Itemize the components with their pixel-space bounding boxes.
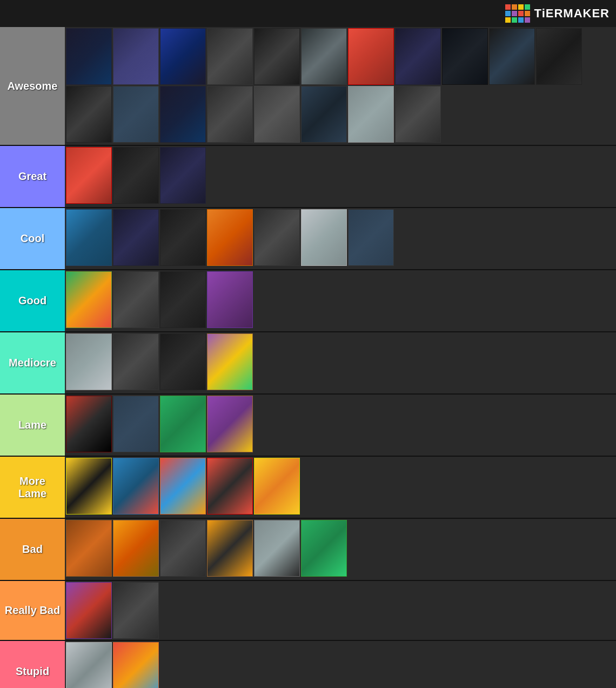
tier-content-great <box>65 146 616 207</box>
tier-image-cool-2[interactable] <box>160 209 206 266</box>
tier-image-more-lame-3[interactable] <box>207 458 253 515</box>
tier-image-more-lame-4[interactable] <box>254 458 300 515</box>
tier-image-more-lame-0[interactable] <box>66 458 112 515</box>
tier-row-awesome: Awesome <box>0 27 616 146</box>
tier-label-bad: Bad <box>0 519 65 580</box>
tier-row-bad: Bad <box>0 519 616 581</box>
tier-image-bad-4[interactable] <box>254 520 300 577</box>
tier-row-good: Good <box>0 270 616 332</box>
tier-image-good-2[interactable] <box>160 271 206 328</box>
tier-image-awesome-2[interactable] <box>160 28 206 85</box>
tier-image-awesome-16[interactable] <box>301 86 347 143</box>
tiermaker-logo: TiERMAKER <box>505 4 610 23</box>
tier-image-awesome-13[interactable] <box>160 86 206 143</box>
tier-image-bad-0[interactable] <box>66 520 112 577</box>
tier-image-awesome-9[interactable] <box>489 28 535 85</box>
tier-list: TiERMAKER AwesomeGreatCoolGoodMediocreLa… <box>0 0 616 688</box>
tier-image-awesome-3[interactable] <box>207 28 253 85</box>
tier-image-cool-4[interactable] <box>254 209 300 266</box>
logo-text: TiERMAKER <box>534 6 610 21</box>
tier-content-stupid <box>65 641 616 688</box>
tier-image-really-bad-1[interactable] <box>113 582 159 639</box>
tier-content-cool <box>65 208 616 269</box>
tier-content-more-lame <box>65 457 616 518</box>
tier-image-awesome-0[interactable] <box>66 28 112 85</box>
tier-image-stupid-0[interactable] <box>66 642 112 688</box>
tier-row-mediocre: Mediocre <box>0 332 616 395</box>
tier-image-awesome-11[interactable] <box>66 86 112 143</box>
tier-image-good-1[interactable] <box>113 271 159 328</box>
tier-row-more-lame: More Lame <box>0 457 616 519</box>
tier-image-bad-3[interactable] <box>207 520 253 577</box>
tier-image-great-1[interactable] <box>113 147 159 204</box>
tier-row-cool: Cool <box>0 208 616 270</box>
logo-grid-icon <box>505 4 530 23</box>
tier-image-awesome-14[interactable] <box>207 86 253 143</box>
tier-image-awesome-17[interactable] <box>348 86 394 143</box>
tier-image-awesome-15[interactable] <box>254 86 300 143</box>
tier-content-awesome <box>65 27 616 145</box>
tier-image-awesome-10[interactable] <box>536 28 582 85</box>
tiers-container: AwesomeGreatCoolGoodMediocreLameMore Lam… <box>0 27 616 688</box>
tier-label-more-lame: More Lame <box>0 457 65 518</box>
tier-image-lame-1[interactable] <box>113 396 159 452</box>
tier-row-great: Great <box>0 146 616 208</box>
tier-image-more-lame-2[interactable] <box>160 458 206 515</box>
tier-image-mediocre-0[interactable] <box>66 333 112 390</box>
tier-label-good: Good <box>0 270 65 331</box>
tier-content-bad <box>65 519 616 580</box>
tier-image-awesome-1[interactable] <box>113 28 159 85</box>
tier-image-cool-5[interactable] <box>301 209 347 266</box>
tier-image-cool-3[interactable] <box>207 209 253 266</box>
tier-content-good <box>65 270 616 331</box>
tier-image-bad-1[interactable] <box>113 520 159 577</box>
tier-image-stupid-1[interactable] <box>113 642 159 688</box>
tier-image-mediocre-3[interactable] <box>207 333 253 390</box>
tier-image-really-bad-0[interactable] <box>66 582 112 639</box>
tier-image-awesome-7[interactable] <box>395 28 441 85</box>
tier-label-really-bad: Really Bad <box>0 581 65 640</box>
tier-image-bad-2[interactable] <box>160 520 206 577</box>
tier-image-awesome-12[interactable] <box>113 86 159 143</box>
tier-row-stupid: Stupid <box>0 641 616 688</box>
tier-label-awesome: Awesome <box>0 27 65 145</box>
header: TiERMAKER <box>0 0 616 27</box>
tier-image-great-2[interactable] <box>160 147 206 204</box>
tier-content-really-bad <box>65 581 616 640</box>
tier-image-lame-0[interactable] <box>66 396 112 452</box>
tier-image-good-3[interactable] <box>207 271 253 328</box>
tier-image-awesome-5[interactable] <box>301 28 347 85</box>
tier-image-mediocre-2[interactable] <box>160 333 206 390</box>
tier-row-lame: Lame <box>0 395 616 457</box>
tier-image-good-0[interactable] <box>66 271 112 328</box>
tier-image-awesome-4[interactable] <box>254 28 300 85</box>
tier-image-cool-0[interactable] <box>66 209 112 266</box>
tier-image-bad-5[interactable] <box>301 520 347 577</box>
tier-label-cool: Cool <box>0 208 65 269</box>
tier-content-lame <box>65 395 616 456</box>
tier-label-lame: Lame <box>0 395 65 456</box>
tier-image-lame-2[interactable] <box>160 396 206 452</box>
tier-content-mediocre <box>65 332 616 393</box>
tier-image-cool-6[interactable] <box>348 209 394 266</box>
tier-image-awesome-6[interactable] <box>348 28 394 85</box>
tier-image-mediocre-1[interactable] <box>113 333 159 390</box>
tier-label-mediocre: Mediocre <box>0 332 65 393</box>
tier-image-awesome-8[interactable] <box>442 28 488 85</box>
tier-row-really-bad: Really Bad <box>0 581 616 641</box>
tier-image-awesome-18[interactable] <box>395 86 441 143</box>
tier-label-great: Great <box>0 146 65 207</box>
tier-image-great-0[interactable] <box>66 147 112 204</box>
tier-image-lame-3[interactable] <box>207 396 253 452</box>
tier-image-more-lame-1[interactable] <box>113 458 159 515</box>
tier-label-stupid: Stupid <box>0 641 65 688</box>
tier-image-cool-1[interactable] <box>113 209 159 266</box>
